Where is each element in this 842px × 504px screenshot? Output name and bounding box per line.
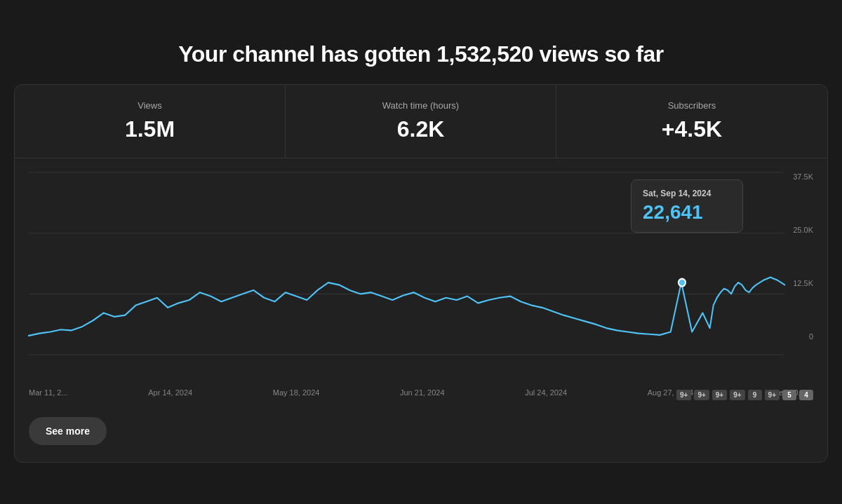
metric-views: Views 1.5M bbox=[15, 85, 286, 158]
badge-0: 9+ bbox=[676, 390, 691, 400]
badge-1: 9+ bbox=[694, 390, 709, 400]
x-label-apr: Apr 14, 2024 bbox=[148, 388, 192, 397]
subscribers-label: Subscribers bbox=[573, 100, 810, 111]
x-label-jun: Jun 21, 2024 bbox=[400, 388, 445, 397]
y-label-12k: 12.5K bbox=[793, 279, 813, 287]
tooltip-date: Sat, Sep 14, 2024 bbox=[643, 189, 731, 198]
views-label: Views bbox=[32, 100, 268, 111]
page-title: Your channel has gotten 1,532,520 views … bbox=[14, 41, 828, 67]
subscribers-value: +4.5K bbox=[573, 116, 810, 142]
badge-2: 9+ bbox=[712, 390, 727, 400]
badge-7: 4 bbox=[799, 390, 813, 400]
watch-time-value: 6.2K bbox=[302, 116, 539, 142]
badge-4: 9 bbox=[748, 390, 762, 400]
x-label-may: May 18, 2024 bbox=[273, 388, 320, 397]
chart-tooltip: Sat, Sep 14, 2024 22,641 bbox=[631, 179, 743, 233]
x-label-jul: Jul 24, 2024 bbox=[525, 388, 567, 397]
chart-dot-highlight bbox=[679, 279, 686, 287]
badge-3: 9+ bbox=[730, 390, 744, 400]
metrics-row: Views 1.5M Watch time (hours) 6.2K Subsc… bbox=[15, 85, 827, 158]
metric-subscribers: Subscribers +4.5K bbox=[556, 85, 827, 158]
y-label-25k: 25.0K bbox=[793, 226, 813, 234]
y-axis-labels: 37.5K 25.0K 12.5K 0 bbox=[793, 172, 813, 341]
watch-time-label: Watch time (hours) bbox=[302, 100, 539, 111]
views-value: 1.5M bbox=[32, 116, 268, 142]
analytics-card: Views 1.5M Watch time (hours) 6.2K Subsc… bbox=[14, 84, 828, 463]
badge-5: 9+ bbox=[765, 390, 780, 400]
y-label-37k: 37.5K bbox=[793, 172, 813, 181]
tooltip-value: 22,641 bbox=[643, 201, 731, 224]
x-label-mar: Mar 11, 2... bbox=[29, 388, 68, 397]
see-more-button[interactable]: See more bbox=[29, 417, 107, 445]
outer-container: Your channel has gotten 1,532,520 views … bbox=[14, 41, 828, 463]
metric-watch-time: Watch time (hours) 6.2K bbox=[286, 85, 556, 158]
chart-wrapper: Sat, Sep 14, 2024 22,641 37.5K 25.0K 12.… bbox=[29, 172, 813, 376]
badge-6: 5 bbox=[782, 390, 796, 400]
y-label-0: 0 bbox=[793, 332, 813, 341]
chart-area: Sat, Sep 14, 2024 22,641 37.5K 25.0K 12.… bbox=[15, 158, 827, 383]
